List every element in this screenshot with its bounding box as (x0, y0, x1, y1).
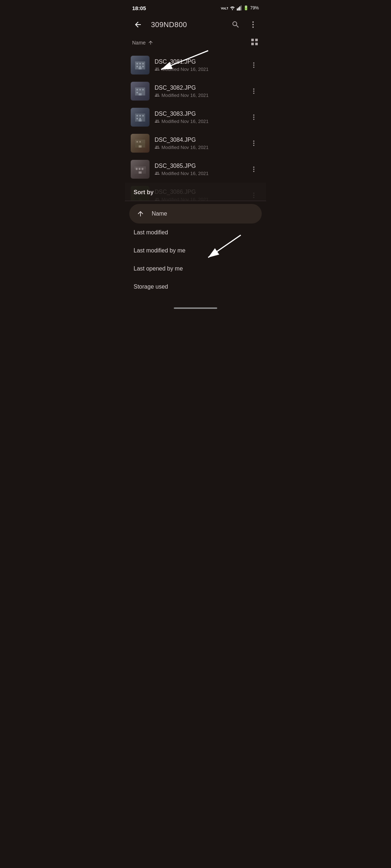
sort-header: Name (125, 35, 266, 51)
toolbar-actions (228, 17, 260, 32)
wifi-icon (230, 5, 235, 10)
svg-rect-35 (136, 118, 138, 119)
battery-icon: 🔋 (243, 5, 249, 10)
svg-rect-3 (238, 8, 239, 10)
file-thumbnail (131, 108, 150, 127)
file-name: DSC_3081.JPG (155, 59, 247, 65)
svg-point-48 (253, 145, 254, 146)
sort-by-title: Sort by (125, 183, 266, 201)
file-more-button[interactable] (247, 59, 260, 72)
file-more-button[interactable] (247, 137, 260, 150)
file-info: DSC_3083.JPG Modified Nov 16, 2021 (150, 111, 247, 124)
svg-rect-27 (139, 93, 142, 95)
sort-option-last-modified-by-me-label: Last modified by me (134, 247, 185, 254)
svg-point-21 (253, 67, 254, 68)
svg-rect-33 (139, 115, 141, 116)
file-thumbnail (131, 160, 150, 179)
file-name: DSC_3082.JPG (155, 85, 247, 91)
svg-rect-54 (139, 171, 142, 174)
svg-point-40 (253, 119, 254, 120)
svg-text:VoLTE: VoLTE (221, 7, 228, 10)
list-item[interactable]: DSC_3082.JPG Modified Nov 16, 2021 (125, 78, 266, 104)
file-more-button[interactable] (247, 111, 260, 124)
signal-icon (237, 5, 242, 10)
svg-point-19 (253, 63, 254, 64)
file-thumbnail (131, 56, 150, 75)
sort-option-last-opened-by-me[interactable]: Last opened by me (125, 260, 266, 278)
volte-icon: VoLTE (221, 5, 228, 10)
home-indicator (125, 305, 266, 313)
svg-point-55 (253, 167, 254, 168)
file-meta: Modified Nov 16, 2021 (155, 145, 247, 150)
svg-point-20 (253, 64, 254, 65)
file-name: DSC_3085.JPG (155, 163, 247, 169)
file-more-button[interactable] (247, 85, 260, 98)
sort-ascending-icon (136, 210, 144, 218)
sort-name-button[interactable]: Name (132, 40, 154, 46)
svg-rect-36 (139, 118, 141, 119)
file-info: DSC_3084.JPG Modified Nov 16, 2021 (150, 137, 247, 150)
list-item[interactable]: DSC_3085.JPG Modified Nov 16, 2021 (125, 156, 266, 182)
svg-point-30 (253, 93, 254, 94)
svg-point-28 (253, 89, 254, 90)
svg-rect-24 (139, 89, 141, 90)
sort-name-label: Name (132, 40, 146, 46)
file-info: DSC_3085.JPG Modified Nov 16, 2021 (150, 163, 247, 176)
svg-rect-52 (139, 168, 140, 170)
svg-rect-45 (139, 145, 142, 148)
grid-toggle-button[interactable] (250, 38, 259, 48)
sort-option-last-modified-label: Last modified (134, 229, 168, 236)
battery-level: 79% (250, 5, 259, 10)
svg-point-56 (253, 169, 254, 170)
search-button[interactable] (228, 17, 243, 32)
list-item[interactable]: DSC_3084.JPG Modified Nov 16, 2021 (125, 130, 266, 156)
toolbar: 309ND800 (125, 14, 266, 35)
svg-rect-23 (136, 89, 138, 90)
sort-option-last-opened-by-me-label: Last opened by me (134, 265, 183, 272)
bottom-sheet: Sort by Name Last modified Last modified… (125, 183, 266, 313)
svg-point-39 (253, 116, 254, 118)
list-item[interactable]: DSC_3081.JPG Modified Nov 16, 2021 (125, 52, 266, 78)
more-options-button[interactable] (246, 17, 260, 32)
svg-rect-4 (239, 7, 240, 10)
svg-rect-15 (136, 66, 138, 67)
svg-rect-37 (139, 119, 142, 122)
svg-point-38 (253, 115, 254, 116)
sort-option-last-modified[interactable]: Last modified (125, 224, 266, 242)
file-name: DSC_3083.JPG (155, 111, 247, 117)
svg-point-8 (252, 26, 254, 28)
back-button[interactable] (131, 17, 145, 32)
svg-rect-53 (142, 168, 143, 170)
svg-point-47 (253, 142, 254, 144)
home-indicator-bar (174, 307, 217, 309)
svg-rect-32 (136, 115, 138, 116)
file-more-button[interactable] (247, 163, 260, 176)
svg-rect-25 (142, 89, 144, 90)
svg-rect-12 (136, 63, 138, 64)
sort-option-storage-used[interactable]: Storage used (125, 278, 266, 296)
sort-option-storage-used-label: Storage used (134, 284, 168, 290)
svg-point-7 (252, 24, 254, 25)
sort-option-name[interactable]: Name (129, 204, 262, 224)
sort-option-last-modified-by-me[interactable]: Last modified by me (125, 242, 266, 260)
file-meta: Modified Nov 16, 2021 (155, 119, 247, 124)
svg-point-57 (253, 171, 254, 172)
file-meta: Modified Nov 16, 2021 (155, 67, 247, 72)
file-thumbnail (131, 82, 150, 101)
svg-rect-26 (136, 92, 138, 93)
svg-rect-5 (240, 5, 241, 10)
file-name: DSC_3084.JPG (155, 137, 247, 143)
svg-point-46 (253, 141, 254, 142)
list-item[interactable]: DSC_3083.JPG Modified Nov 16, 2021 (125, 104, 266, 130)
status-icons: VoLTE 🔋 79% (221, 5, 259, 10)
svg-rect-51 (136, 168, 138, 170)
sort-options-list: Name Last modified Last modified by me L… (125, 201, 266, 305)
svg-rect-18 (139, 67, 142, 69)
svg-point-6 (252, 21, 254, 23)
svg-rect-16 (139, 66, 141, 67)
file-thumbnail (131, 134, 150, 153)
svg-point-1 (232, 9, 233, 10)
svg-rect-14 (142, 63, 144, 64)
file-info: DSC_3081.JPG Modified Nov 16, 2021 (150, 59, 247, 72)
status-time: 18:05 (132, 5, 146, 11)
